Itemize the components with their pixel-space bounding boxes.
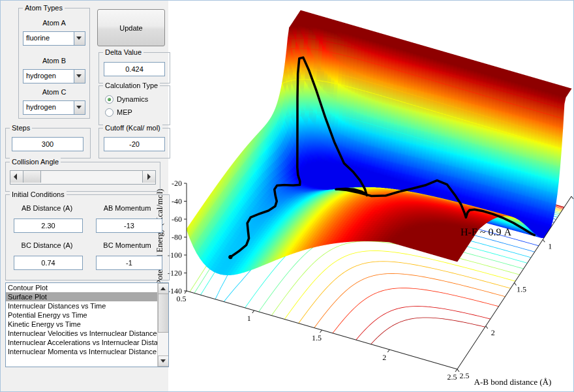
calculation-type-title: Calculation Type	[103, 82, 160, 89]
listbox-scrollbar[interactable]	[157, 283, 168, 367]
atom-a-value: fluorine	[26, 34, 50, 42]
radio-button-icon[interactable]	[105, 95, 113, 104]
plot-type-list: Contour PlotSurface PlotInternuclear Dis…	[6, 283, 157, 367]
cutoff-group: Cutoff (Kcal/ mol)	[98, 128, 170, 158]
atom-a-label: Atom A	[19, 19, 89, 27]
atom-b-value: hydrogen	[26, 72, 56, 80]
steps-input[interactable]	[12, 137, 83, 151]
steps-title: Steps	[10, 124, 32, 132]
list-item[interactable]: Internuclear Momenta vs Internuclear Dis…	[6, 347, 157, 356]
delta-value-input[interactable]	[104, 62, 165, 76]
list-item[interactable]: Internuclear Accelerations vs Internucle…	[6, 338, 157, 347]
right-arrow-button[interactable]	[142, 171, 155, 183]
plot-type-listbox[interactable]: Contour PlotSurface PlotInternuclear Dis…	[5, 282, 169, 367]
collision-angle-group: Collision Angle	[5, 162, 160, 192]
atom-c-select[interactable]: hydrogen	[23, 100, 85, 115]
ab-momentum-input[interactable]	[96, 219, 162, 233]
atom-types-group: Atom Types Atom A fluorine Atom B hydrog…	[18, 8, 90, 119]
delta-value-group: Delta Value	[98, 52, 170, 83]
bc-momentum-input[interactable]	[96, 256, 162, 270]
ab-momentum-label: AB Momentum	[91, 204, 164, 212]
down-arrow-button[interactable]	[158, 355, 169, 367]
bc-distance-input[interactable]	[14, 256, 83, 270]
app-window: Atom Types Atom A fluorine Atom B hydrog…	[0, 0, 574, 392]
bc-momentum-label: BC Momentum	[91, 241, 164, 249]
initial-conditions-group: Initial Conditions AB Distance (A) AB Mo…	[5, 194, 170, 280]
cutoff-title: Cutoff (Kcal/ mol)	[103, 124, 162, 132]
dynamics-radio-option[interactable]: Dynamics	[105, 95, 148, 104]
slider-thumb[interactable]	[23, 171, 41, 183]
potential-energy-surface-plot	[154, 1, 574, 392]
dynamics-radio-label: Dynamics	[117, 95, 148, 103]
list-item[interactable]: Contour Plot	[6, 283, 157, 292]
atom-a-select[interactable]: fluorine	[23, 31, 85, 46]
list-item[interactable]: Kinetic Energy vs Time	[6, 320, 157, 329]
dropdown-arrow-icon[interactable]	[74, 32, 85, 45]
atom-b-label: Atom B	[19, 57, 89, 65]
atom-c-value: hydrogen	[26, 103, 56, 111]
radio-button-icon[interactable]	[105, 108, 113, 117]
list-item[interactable]: Internuclear Velocities vs Internuclear …	[6, 329, 157, 338]
list-item[interactable]: Surface Plot	[6, 292, 157, 301]
collision-angle-title: Collision Angle	[10, 158, 61, 166]
mep-radio-option[interactable]: MEP	[105, 108, 132, 117]
atom-c-label: Atom C	[19, 88, 89, 96]
ab-distance-input[interactable]	[14, 219, 83, 233]
left-arrow-button[interactable]	[10, 171, 23, 183]
bc-distance-label: BC Distance (A)	[11, 241, 83, 249]
atom-types-title: Atom Types	[23, 4, 65, 12]
delta-value-title: Delta Value	[103, 48, 144, 56]
list-item[interactable]: Potential Energy vs Time	[6, 310, 157, 320]
dropdown-arrow-icon[interactable]	[74, 70, 85, 83]
initial-conditions-title: Initial Conditions	[10, 190, 67, 198]
atom-b-select[interactable]: hydrogen	[23, 69, 85, 83]
cutoff-input[interactable]	[104, 137, 165, 151]
scrollbar-thumb[interactable]	[158, 294, 169, 333]
dropdown-arrow-icon[interactable]	[74, 101, 85, 114]
collision-angle-slider[interactable]	[10, 170, 156, 185]
list-item[interactable]: Internuclear Distances vs Time	[6, 301, 157, 310]
up-arrow-button[interactable]	[158, 283, 169, 294]
mep-radio-label: MEP	[117, 108, 132, 116]
calculation-type-group: Calculation Type Dynamics MEP	[98, 85, 170, 125]
update-button[interactable]: Update	[97, 9, 165, 46]
ab-distance-label: AB Distance (A)	[11, 204, 83, 212]
steps-group: Steps	[5, 128, 91, 158]
